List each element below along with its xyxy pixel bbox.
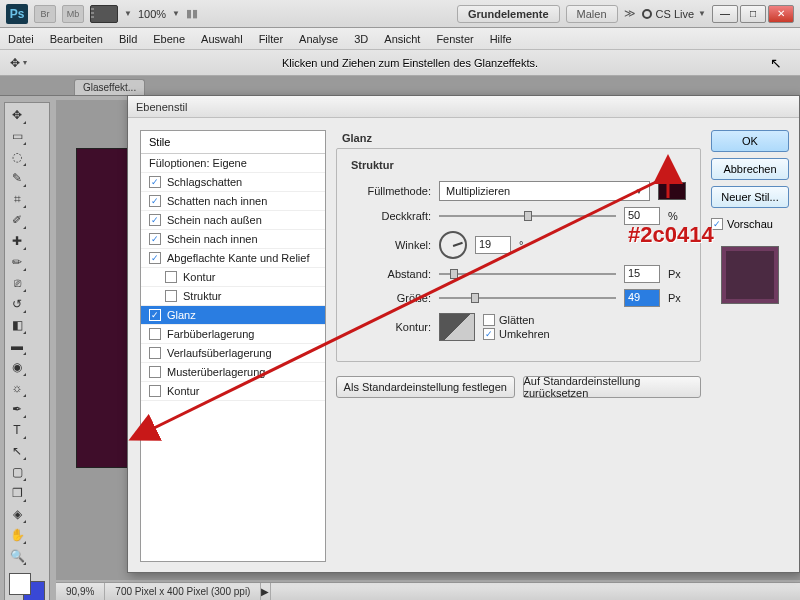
menu-ebene[interactable]: Ebene xyxy=(153,33,185,45)
style-row-drop-shadow[interactable]: Schlagschatten xyxy=(141,173,325,192)
document-tab-strip: Glaseffekt... xyxy=(0,76,800,96)
workspace-grundelemente[interactable]: Grundelemente xyxy=(457,5,560,23)
distance-input[interactable]: 15 xyxy=(624,265,660,283)
stamp-tool[interactable]: ⎚ xyxy=(7,273,27,293)
type-tool[interactable]: T xyxy=(7,420,27,440)
menu-3d[interactable]: 3D xyxy=(354,33,368,45)
checkbox-icon[interactable] xyxy=(149,366,161,378)
style-row-inner-shadow[interactable]: Schatten nach innen xyxy=(141,192,325,211)
style-row-outer-glow[interactable]: Schein nach außen xyxy=(141,211,325,230)
antialias-checkbox[interactable]: Glätten xyxy=(483,314,550,326)
checkbox-icon[interactable] xyxy=(165,271,177,283)
quick-select-tool[interactable]: ✎ xyxy=(7,168,27,188)
make-default-button[interactable]: Als Standardeinstellung festlegen xyxy=(336,376,515,398)
angle-label: Winkel: xyxy=(351,239,431,251)
style-row-texture[interactable]: Struktur xyxy=(141,287,325,306)
checkbox-icon[interactable] xyxy=(149,252,161,264)
checkbox-icon[interactable] xyxy=(149,233,161,245)
foreground-color-swatch[interactable] xyxy=(9,573,31,595)
new-style-button[interactable]: Neuer Stil... xyxy=(711,186,789,208)
status-zoom[interactable]: 90,9% xyxy=(56,583,105,600)
contour-picker[interactable] xyxy=(439,313,475,341)
gradient-tool[interactable]: ▬ xyxy=(7,336,27,356)
checkbox-icon[interactable] xyxy=(149,214,161,226)
menu-fenster[interactable]: Fenster xyxy=(436,33,473,45)
checkbox-icon[interactable] xyxy=(165,290,177,302)
menu-auswahl[interactable]: Auswahl xyxy=(201,33,243,45)
blur-tool[interactable]: ◉ xyxy=(7,357,27,377)
shape-tool[interactable]: ▢ xyxy=(7,462,27,482)
style-row-bevel[interactable]: Abgeflachte Kante und Relief xyxy=(141,249,325,268)
3d-tool[interactable]: ❐ xyxy=(7,483,27,503)
minimize-button[interactable]: — xyxy=(712,5,738,23)
opacity-slider[interactable] xyxy=(439,209,616,223)
ok-button[interactable]: OK xyxy=(711,130,789,152)
hand-tool[interactable]: ✋ xyxy=(7,525,27,545)
style-row-gradient-overlay[interactable]: Verlaufsüberlagerung xyxy=(141,344,325,363)
checkbox-icon[interactable] xyxy=(149,176,161,188)
document-tab[interactable]: Glaseffekt... xyxy=(74,79,145,95)
checkbox-icon[interactable] xyxy=(149,347,161,359)
angle-unit: ° xyxy=(519,239,537,251)
style-row-fillopts[interactable]: Füloptionen: Eigene xyxy=(141,154,325,173)
checkbox-icon[interactable] xyxy=(149,328,161,340)
maximize-button[interactable]: □ xyxy=(740,5,766,23)
marquee-tool[interactable]: ▭ xyxy=(7,126,27,146)
history-brush-tool[interactable]: ↺ xyxy=(7,294,27,314)
minibridge-button[interactable]: Mb xyxy=(62,5,84,23)
bridge-button[interactable]: Br xyxy=(34,5,56,23)
menu-filter[interactable]: Filter xyxy=(259,33,283,45)
size-slider[interactable] xyxy=(439,291,616,305)
workspace-malen[interactable]: Malen xyxy=(566,5,618,23)
dodge-tool[interactable]: ☼ xyxy=(7,378,27,398)
reset-default-button[interactable]: Auf Standardeinstellung zurücksetzen xyxy=(523,376,702,398)
menu-hilfe[interactable]: Hilfe xyxy=(490,33,512,45)
angle-input[interactable]: 19 xyxy=(475,236,511,254)
menu-datei[interactable]: Datei xyxy=(8,33,34,45)
cs-live-button[interactable]: CS Live▼ xyxy=(642,8,706,20)
invert-checkbox[interactable]: Umkehren xyxy=(483,328,550,340)
dialog-title: Ebenenstil xyxy=(128,96,799,118)
crop-tool[interactable]: ⌗ xyxy=(7,189,27,209)
preview-checkbox[interactable]: Vorschau xyxy=(711,218,789,230)
angle-dial[interactable] xyxy=(439,231,467,259)
checkbox-icon[interactable] xyxy=(149,385,161,397)
color-swatches[interactable] xyxy=(7,571,47,600)
move-tool[interactable]: ✥ xyxy=(7,105,27,125)
close-button[interactable]: ✕ xyxy=(768,5,794,23)
checkbox-icon[interactable] xyxy=(149,309,161,321)
path-select-tool[interactable]: ↖ xyxy=(7,441,27,461)
style-row-stroke[interactable]: Kontur xyxy=(141,382,325,401)
3d-camera-tool[interactable]: ◈ xyxy=(7,504,27,524)
cancel-button[interactable]: Abbrechen xyxy=(711,158,789,180)
style-row-pattern-overlay[interactable]: Musterüberlagerung xyxy=(141,363,325,382)
size-input[interactable]: 49 xyxy=(624,289,660,307)
checkbox-icon[interactable] xyxy=(149,195,161,207)
style-row-inner-glow[interactable]: Schein nach innen xyxy=(141,230,325,249)
arrange-docs-icon[interactable] xyxy=(90,5,118,23)
healing-tool[interactable]: ✚ xyxy=(7,231,27,251)
menu-analyse[interactable]: Analyse xyxy=(299,33,338,45)
styles-header[interactable]: Stile xyxy=(141,131,325,154)
menu-ansicht[interactable]: Ansicht xyxy=(384,33,420,45)
style-row-color-overlay[interactable]: Farbüberlagerung xyxy=(141,325,325,344)
satin-color-swatch[interactable] xyxy=(658,182,686,200)
layer-style-dialog: Ebenenstil Stile Füloptionen: Eigene Sch… xyxy=(127,95,800,573)
pen-tool[interactable]: ✒ xyxy=(7,399,27,419)
distance-slider[interactable] xyxy=(439,267,616,281)
workspace-more-icon[interactable]: ≫ xyxy=(624,7,636,20)
brush-tool[interactable]: ✏ xyxy=(7,252,27,272)
lasso-tool[interactable]: ◌ xyxy=(7,147,27,167)
zoom-tool[interactable]: 🔍 xyxy=(7,546,27,566)
contour-label: Kontur: xyxy=(351,321,431,333)
eraser-tool[interactable]: ◧ xyxy=(7,315,27,335)
style-row-satin[interactable]: Glanz xyxy=(141,306,325,325)
distance-label: Abstand: xyxy=(351,268,431,280)
zoom-level[interactable]: 100% xyxy=(138,8,166,20)
eyedropper-tool[interactable]: ✐ xyxy=(7,210,27,230)
blend-mode-dropdown[interactable]: Multiplizieren▼ xyxy=(439,181,650,201)
status-doc-info[interactable]: 700 Pixel x 400 Pixel (300 ppi) xyxy=(105,583,261,600)
menu-bild[interactable]: Bild xyxy=(119,33,137,45)
menu-bearbeiten[interactable]: Bearbeiten xyxy=(50,33,103,45)
style-row-contour[interactable]: Kontur xyxy=(141,268,325,287)
